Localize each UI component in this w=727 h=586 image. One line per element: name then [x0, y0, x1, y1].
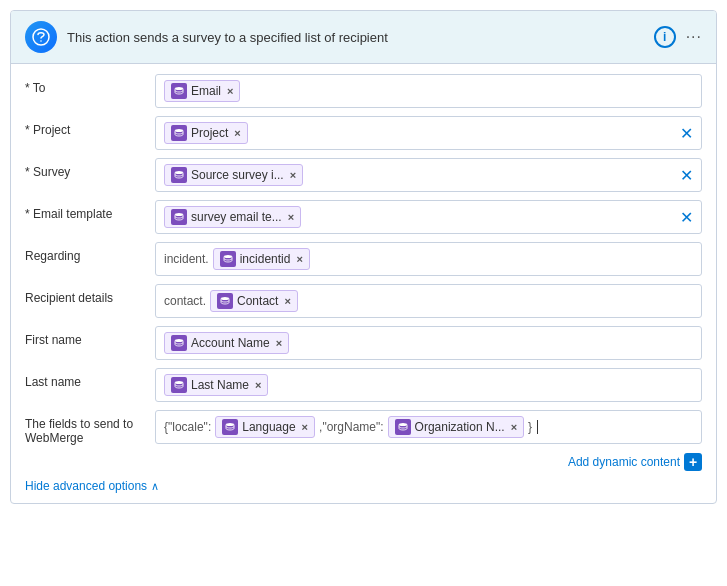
webmerge-language-token-remove[interactable]: × [302, 421, 308, 433]
svg-point-3 [175, 129, 183, 132]
survey-label: Survey [25, 158, 155, 179]
project-row: Project Project × ✕ [25, 116, 702, 150]
first-name-row: First name Account Name × [25, 326, 702, 360]
webmerge-org-token-remove[interactable]: × [511, 421, 517, 433]
action-card: This action sends a survey to a specifie… [10, 10, 717, 504]
add-dynamic-button[interactable]: Add dynamic content + [568, 453, 702, 471]
more-options-icon[interactable]: ··· [686, 28, 702, 46]
chevron-up-icon: ∧ [151, 480, 159, 493]
token-db-icon [171, 167, 187, 183]
last-name-label: Last name [25, 368, 155, 389]
project-token-label: Project [191, 126, 228, 140]
first-name-field[interactable]: Account Name × [155, 326, 702, 360]
regarding-label: Regarding [25, 242, 155, 263]
email-template-row: Email template survey email te... × ✕ [25, 200, 702, 234]
regarding-row: Regarding incident. incidentid × [25, 242, 702, 276]
token-db-icon [171, 83, 187, 99]
recipient-details-label: Recipient details [25, 284, 155, 305]
project-token-remove[interactable]: × [234, 127, 240, 139]
svg-point-11 [399, 423, 407, 426]
to-token-label: Email [191, 84, 221, 98]
webmerge-label: The fields to send to WebMerge [25, 410, 155, 445]
survey-field-clear[interactable]: ✕ [680, 166, 693, 185]
last-name-field[interactable]: Last Name × [155, 368, 702, 402]
info-icon[interactable]: i [654, 26, 676, 48]
recipient-token: Contact × [210, 290, 298, 312]
token-db-icon [222, 419, 238, 435]
last-name-row: Last name Last Name × [25, 368, 702, 402]
to-label: To [25, 74, 155, 95]
add-dynamic-label: Add dynamic content [568, 455, 680, 469]
last-name-token-label: Last Name [191, 378, 249, 392]
svg-point-10 [226, 423, 234, 426]
token-db-icon [220, 251, 236, 267]
survey-field[interactable]: Source survey i... × ✕ [155, 158, 702, 192]
email-template-token-label: survey email te... [191, 210, 282, 224]
token-db-icon [395, 419, 411, 435]
first-name-token-label: Account Name [191, 336, 270, 350]
header-icon [25, 21, 57, 53]
recipient-details-field[interactable]: contact. Contact × [155, 284, 702, 318]
survey-token: Source survey i... × [164, 164, 303, 186]
recipient-token-remove[interactable]: × [284, 295, 290, 307]
regarding-token-remove[interactable]: × [296, 253, 302, 265]
card-body: To Email × Project Project [11, 64, 716, 503]
webmerge-field[interactable]: {"locale": Language × ,"orgName": Organi… [155, 410, 702, 444]
recipient-details-row: Recipient details contact. Contact × [25, 284, 702, 318]
webmerge-token-org-label: Organization N... [415, 420, 505, 434]
svg-point-4 [175, 171, 183, 174]
first-name-label: First name [25, 326, 155, 347]
webmerge-between: ,"orgName": [319, 420, 384, 434]
webmerge-row: The fields to send to WebMerge {"locale"… [25, 410, 702, 445]
project-label: Project [25, 116, 155, 137]
project-field-clear[interactable]: ✕ [680, 124, 693, 143]
to-row: To Email × [25, 74, 702, 108]
email-template-field-clear[interactable]: ✕ [680, 208, 693, 227]
card-header: This action sends a survey to a specifie… [11, 11, 716, 64]
svg-point-5 [175, 213, 183, 216]
email-template-field[interactable]: survey email te... × ✕ [155, 200, 702, 234]
regarding-field[interactable]: incident. incidentid × [155, 242, 702, 276]
webmerge-prefix1: {"locale": [164, 420, 211, 434]
token-db-icon [171, 377, 187, 393]
survey-token-label: Source survey i... [191, 168, 284, 182]
to-field[interactable]: Email × [155, 74, 702, 108]
email-template-token: survey email te... × [164, 206, 301, 228]
token-db-icon [217, 293, 233, 309]
project-token: Project × [164, 122, 248, 144]
to-token-remove[interactable]: × [227, 85, 233, 97]
add-dynamic-plus-icon: + [684, 453, 702, 471]
header-title: This action sends a survey to a specifie… [67, 30, 644, 45]
recipient-token-label: Contact [237, 294, 278, 308]
hide-advanced-button[interactable]: Hide advanced options ∧ [25, 479, 702, 493]
last-name-token: Last Name × [164, 374, 268, 396]
webmerge-suffix: } [528, 420, 532, 434]
survey-token-remove[interactable]: × [290, 169, 296, 181]
last-name-token-remove[interactable]: × [255, 379, 261, 391]
svg-point-7 [221, 297, 229, 300]
svg-point-8 [175, 339, 183, 342]
text-cursor [537, 420, 538, 434]
webmerge-token-language-label: Language [242, 420, 295, 434]
svg-point-1 [40, 40, 42, 42]
svg-point-9 [175, 381, 183, 384]
svg-point-2 [175, 87, 183, 90]
regarding-prefix: incident. [164, 252, 209, 266]
regarding-token: incidentid × [213, 248, 310, 270]
first-name-token-remove[interactable]: × [276, 337, 282, 349]
to-token-email: Email × [164, 80, 240, 102]
email-template-token-remove[interactable]: × [288, 211, 294, 223]
hide-advanced-label: Hide advanced options [25, 479, 147, 493]
survey-row: Survey Source survey i... × ✕ [25, 158, 702, 192]
add-dynamic-row: Add dynamic content + [25, 453, 702, 471]
token-db-icon [171, 209, 187, 225]
webmerge-token-language: Language × [215, 416, 315, 438]
recipient-prefix: contact. [164, 294, 206, 308]
email-template-label: Email template [25, 200, 155, 221]
token-db-icon [171, 125, 187, 141]
project-field[interactable]: Project × ✕ [155, 116, 702, 150]
token-db-icon [171, 335, 187, 351]
regarding-token-label: incidentid [240, 252, 291, 266]
first-name-token: Account Name × [164, 332, 289, 354]
webmerge-token-org: Organization N... × [388, 416, 524, 438]
